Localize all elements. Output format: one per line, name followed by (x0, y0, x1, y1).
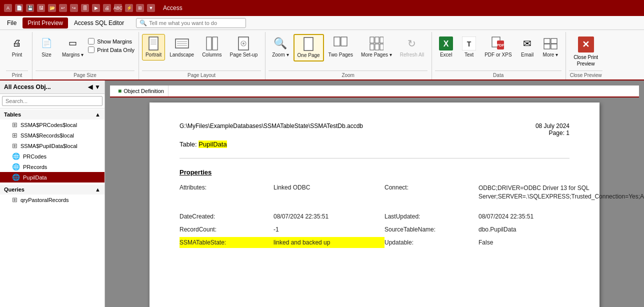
svg-point-12 (242, 42, 244, 44)
access-logo-icon: A (4, 4, 12, 12)
tables-section-header[interactable]: Tables ▲ (0, 110, 104, 120)
size-label: Size (42, 52, 51, 58)
one-page-label: One Page (298, 52, 320, 58)
pdf-button[interactable]: PDF PDF or XPS (481, 34, 515, 60)
page-setup-button[interactable]: Page Set-up (226, 34, 262, 60)
sidebar-header-icons: ◀ ▼ (88, 84, 100, 90)
sidebar-item-p-records[interactable]: 🌐 PRecords (0, 162, 104, 172)
more-pages-button[interactable]: More Pages ▾ (358, 34, 396, 60)
sidebar-item-label: SSMA$PRCodes$local (20, 122, 77, 128)
one-page-icon (302, 37, 316, 51)
tables-collapse-icon: ▲ (95, 112, 100, 118)
sidebar-title: All Access Obj... (4, 84, 51, 90)
new-icon[interactable]: 📄 (15, 4, 23, 12)
menu-print-preview[interactable]: Print Preview (22, 18, 68, 28)
close-preview-button[interactable]: ✕ Close PrintPreview (569, 34, 602, 70)
two-pages-button[interactable]: Two Pages (325, 34, 356, 60)
svg-rect-13 (304, 38, 313, 50)
sidebar-item-ssma-records[interactable]: ⊞ SSMA$Records$local (0, 130, 104, 140)
ribbon-group-zoom-buttons: 🔍 Zoom ▾ One Page Two Pages (268, 32, 428, 70)
page-layout-group-label: Page Layout (142, 70, 261, 80)
recordcount-value: -1 (270, 224, 384, 235)
sidebar-item-qry-pastoral[interactable]: ⊞ qryPastoralRecords (0, 194, 104, 205)
text-label: Text (464, 52, 474, 58)
sidebar-menu-icon[interactable]: ▼ (94, 84, 100, 90)
open-icon[interactable]: 📂 (48, 4, 56, 12)
table-label-text: Table: (180, 140, 198, 148)
menu-bar: File Print Preview Access SQL Editor 🔍 (0, 16, 644, 30)
pdf-label: PDF or XPS (484, 52, 512, 58)
svg-rect-18 (380, 37, 384, 43)
data-group-label: Data (435, 70, 562, 80)
columns-button[interactable]: Columns (198, 34, 225, 60)
print-button[interactable]: 🖨 Print (6, 34, 28, 60)
macro-icon[interactable]: ⚡ (125, 4, 133, 12)
ribbon: 🖨 Print Print 📄 Size ▭ Margins ▾ (0, 30, 644, 80)
undo-icon[interactable]: ↩ (59, 4, 67, 12)
svg-text:T: T (467, 40, 472, 48)
svg-rect-14 (334, 37, 340, 46)
queries-collapse-icon: ▲ (95, 186, 100, 192)
sidebar-item-ssma-pupil-data[interactable]: ⊞ SSMA$PupilData$local (0, 140, 104, 151)
show-margins-input[interactable] (88, 38, 94, 44)
margins-label: Margins ▾ (62, 52, 84, 58)
dropdown-icon[interactable]: ▼ (147, 4, 155, 12)
menu-file[interactable]: File (2, 18, 22, 28)
print-data-only-checkbox[interactable]: Print Data Only (88, 46, 134, 53)
queries-label: Queries (4, 186, 24, 192)
refresh-button[interactable]: ↻ Refresh All (396, 34, 428, 60)
attributes-label: Attributes: (180, 182, 270, 203)
updatable-label: Updatable: (384, 237, 474, 248)
email-button[interactable]: ✉ Email (516, 34, 538, 60)
page-label: Page: (549, 130, 566, 136)
print-data-only-input[interactable] (88, 46, 94, 53)
landscape-button[interactable]: Landscape (166, 34, 198, 60)
excel-button[interactable]: X Excel (435, 34, 457, 60)
svg-rect-19 (370, 44, 374, 50)
email-icon: ✉ (520, 36, 534, 50)
sidebar-search-input[interactable] (2, 96, 102, 106)
sidebar-item-pupil-data[interactable]: 🌐 PupilData (0, 172, 104, 182)
save-icon[interactable]: 💾 (26, 4, 34, 12)
queries-section-header[interactable]: Queries ▲ (0, 184, 104, 194)
cmd-icon[interactable]: ▶ (92, 4, 100, 12)
sidebar-item-pr-codes[interactable]: 🌐 PRCodes (0, 151, 104, 162)
sourcetablename-value: dbo.PupilData (474, 224, 570, 235)
redo-icon[interactable]: ↪ (70, 4, 78, 12)
page-size-group-label: Page Size (36, 70, 134, 80)
more-data-icon (544, 36, 558, 50)
object-definition-tab[interactable]: ■ Object Definition (114, 86, 168, 96)
svg-text:PDF: PDF (496, 43, 504, 48)
save2-icon[interactable]: 🖫 (37, 4, 45, 12)
db-icon[interactable]: 🗄 (81, 4, 89, 12)
size-button[interactable]: 📄 Size (36, 34, 58, 60)
updatable-value: False (474, 237, 570, 248)
search-icon: 🔍 (140, 20, 147, 26)
margins-icon: ▭ (66, 36, 80, 50)
margins-button[interactable]: ▭ Margins ▾ (58, 34, 87, 60)
search-input[interactable] (149, 20, 239, 26)
spell-icon[interactable]: ABC (114, 4, 122, 12)
ssmatablestate-label: SSMATableState: (180, 237, 270, 248)
query-icon: ⊞ (12, 196, 18, 204)
menu-sql-editor[interactable]: Access SQL Editor (69, 18, 129, 28)
sidebar-item-ssma-pr-codes[interactable]: ⊞ SSMA$PRCodes$local (0, 120, 104, 130)
compact-icon[interactable]: ⊞ (136, 4, 144, 12)
sourcetablename-label: SourceTableName: (384, 224, 474, 235)
one-page-button[interactable]: One Page (294, 34, 324, 62)
tab-bar: ■ Object Definition (110, 86, 639, 98)
sidebar-header: All Access Obj... ◀ ▼ (0, 80, 104, 94)
preview-page: G:\MyFiles\ExampleDatabases\SSMATableSta… (150, 102, 600, 307)
properties-grid-4: SSMATableState: linked and backed up Upd… (180, 237, 570, 248)
zoom-label: Zoom ▾ (272, 52, 288, 58)
search-box[interactable]: 🔍 (136, 18, 246, 28)
refresh-label: Refresh All (400, 52, 424, 58)
portrait-button[interactable]: Portrait (142, 34, 165, 60)
show-margins-checkbox[interactable]: Show Margins (88, 38, 134, 44)
zoom-button[interactable]: 🔍 Zoom ▾ (268, 34, 292, 60)
more-data-button[interactable]: More ▾ (540, 34, 562, 60)
sidebar-collapse-icon[interactable]: ◀ (88, 84, 92, 90)
text-button[interactable]: T Text (458, 34, 480, 60)
sidebar: All Access Obj... ◀ ▼ Tables ▲ ⊞ SSMA$PR… (0, 80, 105, 307)
print-icon[interactable]: 🖨 (103, 4, 111, 12)
